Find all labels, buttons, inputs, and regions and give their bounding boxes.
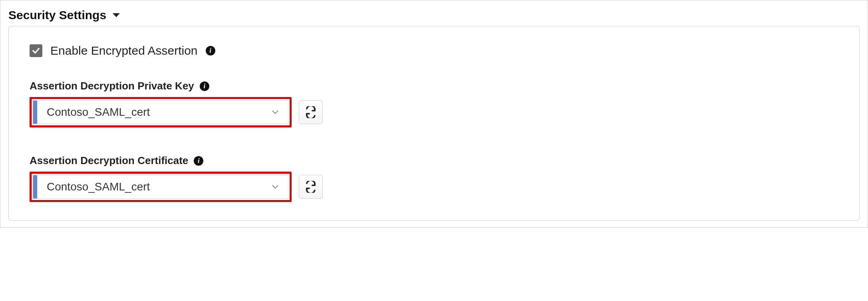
certificate-select[interactable]: Contoso_SAML_cert (33, 175, 288, 199)
info-icon[interactable]: i (194, 156, 203, 166)
chevron-down-icon (262, 183, 288, 191)
section-title: Security Settings (8, 8, 106, 22)
settings-panel: Enable Encrypted Assertion i Assertion D… (8, 26, 860, 221)
certificate-label-row: Assertion Decryption Certificate i (30, 154, 838, 167)
highlight-box: Contoso_SAML_cert (30, 172, 292, 202)
chevron-down-icon (262, 108, 288, 116)
private-key-select[interactable]: Contoso_SAML_cert (33, 100, 288, 124)
certificate-control-row: Contoso_SAML_cert (30, 172, 838, 202)
enable-encrypted-assertion-checkbox[interactable] (30, 44, 42, 57)
section-header[interactable]: Security Settings (8, 3, 860, 26)
private-key-label: Assertion Decryption Private Key (30, 80, 194, 92)
certificate-refresh-button[interactable] (299, 175, 323, 199)
private-key-control-row: Contoso_SAML_cert (30, 97, 838, 127)
private-key-refresh-button[interactable] (299, 100, 323, 124)
refresh-icon (305, 181, 317, 193)
caret-down-icon (113, 13, 120, 17)
check-icon (32, 46, 40, 55)
info-icon[interactable]: i (200, 81, 209, 91)
enable-encrypted-assertion-row: Enable Encrypted Assertion i (30, 44, 838, 57)
info-icon[interactable]: i (206, 46, 215, 55)
private-key-value: Contoso_SAML_cert (37, 106, 262, 119)
private-key-field: Assertion Decryption Private Key i Conto… (30, 80, 838, 127)
select-accent-bar (33, 175, 37, 198)
enable-encrypted-assertion-label: Enable Encrypted Assertion (50, 44, 198, 57)
private-key-label-row: Assertion Decryption Private Key i (30, 80, 838, 92)
select-accent-bar (33, 101, 37, 124)
certificate-field: Assertion Decryption Certificate i Conto… (30, 154, 838, 202)
spacer (30, 127, 838, 147)
certificate-value: Contoso_SAML_cert (37, 180, 262, 193)
security-settings-container: Security Settings Enable Encrypted Asser… (0, 0, 868, 228)
refresh-icon (305, 106, 317, 118)
highlight-box: Contoso_SAML_cert (30, 97, 292, 127)
certificate-label: Assertion Decryption Certificate (30, 154, 188, 167)
